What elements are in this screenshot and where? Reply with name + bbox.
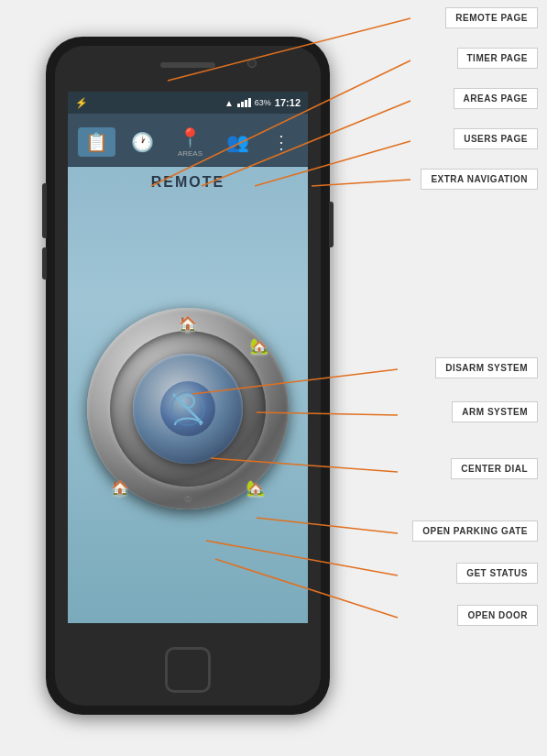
clipboard-icon: 📋 [85,131,108,153]
nav-bar: 📋 🕐 📍 AREAS 👥 ⋮ [68,114,308,167]
get-status-label: GET STATUS [456,563,538,584]
callout-disarm: DISARM SYSTEM [435,357,538,378]
callout-open-door: OPEN DOOR [457,605,538,626]
dial-area: 🏠 🏡 🏠 🏡 [68,194,308,623]
center-dial-icon [160,381,215,436]
home-icon: 🏠 [111,479,129,497]
nav-item-areas[interactable]: 📍 AREAS [170,123,210,161]
battery-indicator: 63% [255,98,271,107]
callout-users-page: USERS PAGE [454,128,538,149]
door-icon: 🏡 [246,479,265,497]
callout-timer-page: TIMER PAGE [457,48,538,69]
svg-point-0 [181,395,194,408]
speaker [160,62,215,68]
callout-extra-nav: EXTRA NAVIGATION [421,169,538,190]
signal-bars [237,98,251,107]
extra-navigation-label: EXTRA NAVIGATION [421,169,538,190]
center-dial-label: CENTER DIAL [451,458,538,479]
status-icon: ○ [184,489,191,504]
areas-label: AREAS [178,149,202,158]
usb-icon: ⚡ [75,97,88,109]
phone-inner: ⚡ ▲ 63% 17:12 [55,46,321,706]
disarm-icon: 🏠 [179,315,197,333]
open-door-label: OPEN DOOR [457,605,538,626]
page-title: REMOTE [68,167,308,194]
open-parking-gate-label: OPEN PARKING GATE [412,520,538,542]
callout-parking: OPEN PARKING GATE [412,520,538,542]
arm-button[interactable]: 🏡 [250,337,268,355]
remote-page-label: REMOTE PAGE [445,7,538,28]
home-button[interactable]: 🏠 [111,479,129,497]
more-icon: ⋮ [272,131,290,153]
volume-button[interactable] [42,183,47,238]
dial-control[interactable]: 🏠 🏡 🏠 🏡 [87,308,289,509]
timer-page-label: TIMER PAGE [457,48,538,69]
nav-item-users[interactable]: 👥 [219,127,257,157]
arm-icon: 🏡 [250,337,268,355]
nav-item-more[interactable]: ⋮ [265,127,298,157]
areas-page-label: AREAS PAGE [454,88,538,109]
wifi-icon: ▲ [224,98,234,108]
nav-item-timer[interactable]: 🕐 [124,127,161,157]
camera [247,59,257,68]
time-display: 17:12 [275,97,301,108]
nav-item-remote[interactable]: 📋 [78,127,115,157]
timer-icon: 🕐 [131,131,154,153]
home-button-physical[interactable] [165,647,211,693]
arm-system-label: ARM SYSTEM [452,401,538,422]
phone-screen: ⚡ ▲ 63% 17:12 [68,92,308,623]
users-icon: 👥 [226,131,249,153]
callout-areas-page: AREAS PAGE [454,88,538,109]
door-button[interactable]: 🏡 [246,479,265,497]
callout-get-status: GET STATUS [456,563,538,584]
phone-device: ⚡ ▲ 63% 17:12 [46,37,330,715]
callout-arm: ARM SYSTEM [452,401,538,422]
side-button[interactable] [42,247,47,279]
disarm-system-label: DISARM SYSTEM [435,357,538,378]
power-button[interactable] [329,202,334,247]
callout-center-dial: CENTER DIAL [451,458,538,479]
disarm-button[interactable]: 🏠 [179,315,197,333]
users-page-label: USERS PAGE [454,128,538,149]
status-button[interactable]: ○ [184,489,191,504]
callout-remote-page: REMOTE PAGE [445,7,538,28]
status-bar: ⚡ ▲ 63% 17:12 [68,92,308,114]
areas-icon: 📍 [179,126,202,148]
center-dial[interactable] [133,354,243,464]
